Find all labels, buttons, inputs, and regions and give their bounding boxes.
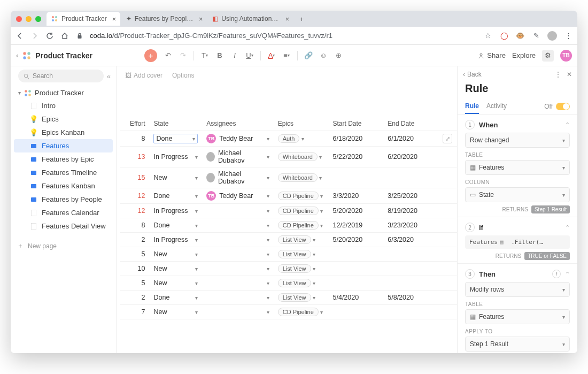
panel-close-icon[interactable]: ✕ xyxy=(567,71,572,78)
col-assignees[interactable]: Assignees xyxy=(202,117,274,131)
cell-end[interactable]: 6/3/2020 xyxy=(383,233,438,247)
cell-assignees[interactable]: ▾ xyxy=(202,233,274,247)
cell-end[interactable]: 3/23/2020 xyxy=(383,218,438,233)
cell-end[interactable] xyxy=(383,305,438,319)
table-row[interactable]: 10 New▾ ▾ List View ▾ xyxy=(120,262,457,276)
cell-state[interactable]: Done▾ xyxy=(149,218,202,233)
rule-toggle[interactable] xyxy=(556,103,570,110)
cell-state[interactable]: Done▾ xyxy=(149,188,202,204)
cell-epic[interactable]: List View ▾ xyxy=(274,262,329,276)
sidebar-item[interactable]: Features Detail View xyxy=(14,219,113,233)
collapse-icon[interactable]: ⌃ xyxy=(565,224,570,231)
cell-effort[interactable]: 7 xyxy=(120,305,149,319)
cell-end[interactable]: 6/20/2020 xyxy=(383,147,438,167)
cell-end[interactable]: 6/1/2020 xyxy=(383,131,438,147)
emoji-icon[interactable]: ☺ xyxy=(319,51,328,60)
tab-activity[interactable]: Activity xyxy=(486,99,507,114)
cell-start[interactable] xyxy=(329,167,384,188)
sidebar-item[interactable]: Features Kanban xyxy=(14,179,113,193)
cell-state[interactable]: Done▾ xyxy=(149,291,202,305)
cell-assignees[interactable]: ▾ xyxy=(202,276,274,291)
sidebar-item[interactable]: Features by Epic xyxy=(14,152,113,166)
table-row[interactable]: 8 Done▾ TBTeddy Bear▾ Auth ▾ 6/18/2020 6… xyxy=(120,131,457,147)
collapse-sidebar-icon[interactable]: ‹ xyxy=(16,51,18,59)
cell-effort[interactable]: 10 xyxy=(120,262,149,276)
close-tab-icon[interactable]: × xyxy=(199,15,203,23)
cell-effort[interactable]: 5 xyxy=(120,276,149,291)
close-tab-icon[interactable]: × xyxy=(112,15,117,23)
underline-icon[interactable]: U▾ xyxy=(245,51,254,60)
formula-editor[interactable]: Features▦ .Filter(… xyxy=(465,235,570,249)
cell-assignees[interactable]: ▾ xyxy=(202,291,274,305)
workspace-row[interactable]: ▾ Product Tracker xyxy=(11,87,116,99)
cell-start[interactable]: 5/4/2020 xyxy=(329,291,384,305)
close-window[interactable] xyxy=(16,16,22,22)
cell-epic[interactable]: CD Pipeline ▾ xyxy=(274,305,329,319)
cell-epic[interactable]: CD Pipeline ▾ xyxy=(274,204,329,218)
cell-assignees[interactable]: Michael Dubakov▾ xyxy=(202,147,274,167)
url-field[interactable]: coda.io/d/Product-Tracker_dpJG-Cm9lKz/Fe… xyxy=(90,32,478,40)
cell-end[interactable] xyxy=(383,262,438,276)
star-icon[interactable]: ☆ xyxy=(483,31,493,41)
collapse-icon[interactable]: « xyxy=(107,72,111,80)
cell-assignees[interactable]: Michael Dubakov▾ xyxy=(202,167,274,188)
expand-row-icon[interactable]: ⤢ xyxy=(443,134,452,143)
cell-start[interactable] xyxy=(329,276,384,291)
then-table-select[interactable]: ▦Features▾ xyxy=(465,309,570,324)
cell-start[interactable]: 6/18/2020 xyxy=(329,131,384,147)
sidebar-item[interactable]: 💡Epics xyxy=(14,112,113,126)
cell-epic[interactable]: Auth ▾ xyxy=(274,131,329,147)
profile-avatar[interactable] xyxy=(547,31,557,41)
new-tab-button[interactable]: + xyxy=(295,15,308,23)
cell-effort[interactable]: 2 xyxy=(120,233,149,247)
cell-state[interactable]: In Progress▾ xyxy=(149,233,202,247)
share-button[interactable]: Share xyxy=(478,51,506,59)
cell-epic[interactable]: CD Pipeline ▾ xyxy=(274,218,329,233)
cell-state[interactable]: New▾ xyxy=(149,276,202,291)
close-tab-icon[interactable]: × xyxy=(285,15,290,23)
nav-back-icon[interactable] xyxy=(15,31,25,41)
tab-rule[interactable]: Rule xyxy=(465,99,479,114)
table-row[interactable]: 12 Done▾ TBTeddy Bear▾ CD Pipeline ▾ 3/3… xyxy=(120,188,457,204)
sidebar-item[interactable]: Features by People xyxy=(14,193,113,206)
link-icon[interactable]: 🔗 xyxy=(304,51,313,60)
col-start[interactable]: Start Date xyxy=(329,117,384,131)
cell-start[interactable]: 12/2/2019 xyxy=(329,218,384,233)
cell-state[interactable]: New▾ xyxy=(149,262,202,276)
cell-state[interactable]: In Progress▾ xyxy=(149,204,202,218)
cell-state[interactable]: New▾ xyxy=(149,167,202,188)
cell-assignees[interactable]: ▾ xyxy=(202,305,274,319)
cell-state[interactable]: Done▾ xyxy=(149,131,202,147)
cell-epic[interactable]: Whiteboard ▾ xyxy=(274,167,329,188)
minimize-window[interactable] xyxy=(26,16,32,22)
add-cover-button[interactable]: 🖼 Add cover xyxy=(125,72,163,79)
cell-end[interactable] xyxy=(383,247,438,262)
cell-effort[interactable]: 15 xyxy=(120,167,149,188)
home-icon[interactable] xyxy=(60,31,69,41)
panel-menu-icon[interactable]: ⋮ xyxy=(555,71,561,78)
when-trigger-select[interactable]: Row changed▾ xyxy=(465,133,570,148)
new-page-button[interactable]: ＋New page xyxy=(11,237,116,255)
explore-button[interactable]: Explore xyxy=(512,51,536,59)
cell-assignees[interactable]: ▾ xyxy=(202,262,274,276)
when-column-select[interactable]: ▭State▾ xyxy=(465,187,570,202)
cell-epic[interactable]: List View ▾ xyxy=(274,247,329,262)
cell-end[interactable] xyxy=(383,167,438,188)
table-row[interactable]: 2 In Progress▾ ▾ List View ▾ 5/20/2020 6… xyxy=(120,233,457,247)
options-button[interactable]: Options xyxy=(172,72,194,79)
table-row[interactable]: 13 In Progress▾ Michael Dubakov▾ Whitebo… xyxy=(120,147,457,167)
cell-start[interactable]: 5/20/2020 xyxy=(329,233,384,247)
col-end[interactable]: End Date xyxy=(383,117,438,131)
undo-icon[interactable]: ↶ xyxy=(164,51,172,60)
cell-effort[interactable]: 5 xyxy=(120,247,149,262)
cell-start[interactable] xyxy=(329,305,384,319)
cell-epic[interactable]: List View ▾ xyxy=(274,276,329,291)
cell-epic[interactable]: CD Pipeline ▾ xyxy=(274,188,329,204)
cell-start[interactable]: 5/20/2020 xyxy=(329,204,384,218)
cell-state[interactable]: New▾ xyxy=(149,247,202,262)
cell-epic[interactable]: Whiteboard ▾ xyxy=(274,147,329,167)
collapse-icon[interactable]: ⌃ xyxy=(565,271,570,278)
browser-tab[interactable]: ◧ Using Automations | Coda Hel… × xyxy=(208,12,293,26)
cell-start[interactable]: 3/3/2020 xyxy=(329,188,384,204)
table-row[interactable]: 15 New▾ Michael Dubakov▾ Whiteboard ▾ xyxy=(120,167,457,188)
